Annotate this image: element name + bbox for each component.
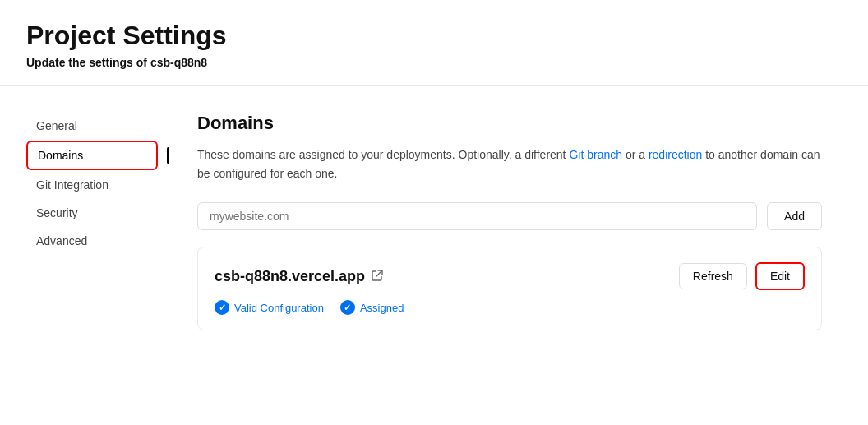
assigned-label: Assigned (360, 302, 404, 314)
main-layout: General Domains Git Integration Security… (0, 86, 868, 357)
sidebar-item-general[interactable]: General (26, 113, 158, 139)
domain-input[interactable] (197, 202, 757, 230)
valid-config-label: Valid Configuration (234, 302, 324, 314)
header-subtitle: Update the settings of csb-q88n8 (26, 56, 842, 69)
valid-config-icon: ✓ (215, 300, 229, 315)
sidebar-item-git-integration[interactable]: Git Integration (26, 172, 158, 198)
external-link-icon[interactable] (372, 270, 383, 284)
desc-part1: These domains are assigned to your deplo… (197, 148, 569, 161)
domain-badges: ✓ Valid Configuration ✓ Assigned (215, 300, 805, 315)
project-name: csb-q88n8 (150, 56, 207, 69)
git-branch-link[interactable]: Git branch (569, 148, 622, 161)
sidebar-item-domains[interactable]: Domains (26, 141, 158, 170)
domain-card: csb-q88n8.vercel.app Refresh Edit ✓ Vali… (197, 247, 822, 330)
valid-config-badge: ✓ Valid Configuration (215, 300, 324, 315)
assigned-icon: ✓ (340, 300, 355, 315)
subtitle-prefix: Update the settings of (26, 56, 150, 69)
sidebar-item-advanced[interactable]: Advanced (26, 228, 158, 254)
refresh-button[interactable]: Refresh (679, 263, 747, 289)
page-title: Project Settings (26, 20, 842, 51)
desc-part2: or a (622, 148, 649, 161)
assigned-badge: ✓ Assigned (340, 300, 404, 315)
add-domain-button[interactable]: Add (767, 202, 822, 230)
domain-input-row: Add (197, 202, 822, 230)
description: These domains are assigned to your deplo… (197, 146, 822, 182)
section-title: Domains (197, 113, 822, 134)
domain-actions: Refresh Edit (679, 262, 805, 290)
sidebar-item-security[interactable]: Security (26, 200, 158, 226)
domain-name: csb-q88n8.vercel.app (215, 268, 383, 285)
edit-button[interactable]: Edit (755, 262, 805, 290)
domain-card-header: csb-q88n8.vercel.app Refresh Edit (215, 262, 805, 290)
content-area: Domains These domains are assigned to yo… (197, 113, 822, 330)
header: Project Settings Update the settings of … (0, 0, 868, 86)
redirection-link[interactable]: redirection (649, 148, 702, 161)
domain-name-text: csb-q88n8.vercel.app (215, 268, 365, 285)
sidebar: General Domains Git Integration Security… (26, 113, 158, 330)
